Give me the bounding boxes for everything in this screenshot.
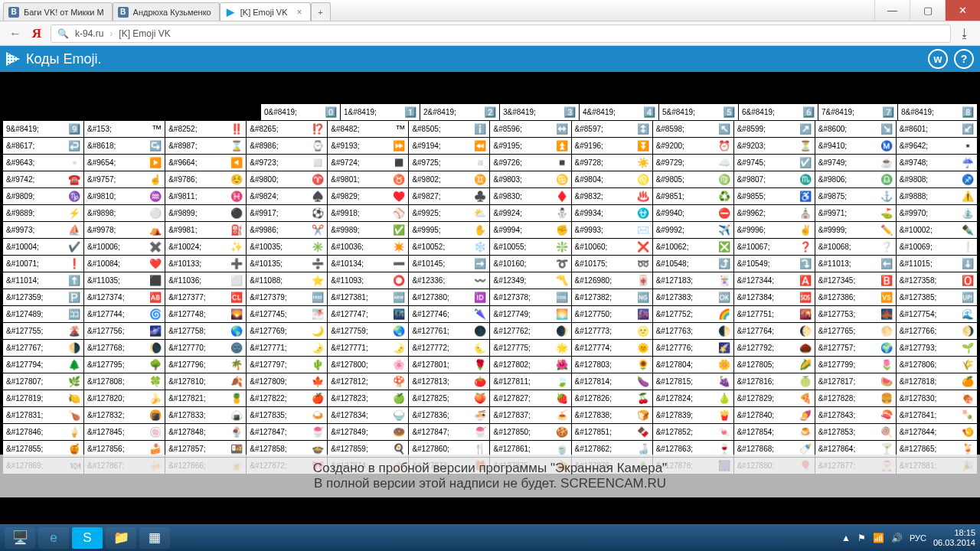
emoji-cell[interactable]: &#9664;◀️ (165, 155, 246, 171)
emoji-cell[interactable]: &#127765;🌕 (815, 323, 896, 339)
emoji-cell[interactable]: &#127831;🍗 (3, 407, 83, 423)
emoji-cell[interactable]: &#11093;⭕ (328, 272, 408, 289)
emoji-cell[interactable]: &#8618;↪️ (84, 138, 165, 154)
emoji-cell[interactable]: &#10068;❔ (815, 239, 896, 255)
emoji-cell[interactable]: &#9749;☕ (815, 155, 896, 171)
emoji-cell[interactable]: &#9899;⚫ (165, 205, 246, 221)
emoji-cell[interactable]: &#8599;↗️ (734, 121, 815, 137)
emoji-cell[interactable]: &#9725;◽ (409, 155, 489, 171)
minimize-button[interactable]: — (874, 0, 910, 21)
emoji-cell[interactable]: &#127855;🍯 (3, 441, 83, 457)
emoji-cell[interactable]: &#127878;🎆 (653, 458, 733, 474)
emoji-cell[interactable]: &#127806;🌾 (897, 357, 977, 373)
emoji-cell[interactable]: &#9996;✌️ (734, 222, 815, 238)
emoji-cell[interactable]: &#127869;🍽 (3, 458, 83, 474)
emoji-cell[interactable]: &#9993;✉️ (572, 222, 652, 238)
emoji-cell[interactable]: &#127382;🆖 (572, 289, 652, 305)
emoji-cell[interactable]: &#10160;➰ (490, 256, 570, 272)
emoji-cell[interactable]: &#9654;▶️ (84, 155, 165, 171)
emoji-cell[interactable]: &#127835;🍛 (247, 407, 327, 423)
help-button[interactable]: ? (954, 49, 974, 69)
emoji-cell[interactable]: &#127766;🌖 (897, 323, 977, 339)
emoji-cell[interactable]: &#127759;🌏 (328, 323, 408, 339)
emoji-cell[interactable]: &#9832;♨️ (572, 188, 652, 204)
emoji-cell[interactable]: &#127757;🌍 (815, 340, 896, 356)
tray-up-icon[interactable]: ▲ (841, 533, 851, 543)
emoji-cell[interactable]: &#127872;🎀 (247, 458, 327, 474)
emoji-cell[interactable]: &#127344;🅰️ (734, 272, 815, 289)
emoji-cell[interactable]: &#9806;♎ (815, 171, 896, 187)
emoji-cell[interactable]: &#9757;☝️ (84, 171, 165, 187)
emoji-cell[interactable]: &#9981;⛽ (165, 222, 246, 238)
emoji-cell[interactable]: &#10069;❕ (897, 239, 977, 255)
emoji-cell[interactable]: &#11035;⬛ (84, 272, 165, 289)
emoji-cell[interactable]: &#127866;🍺 (165, 458, 246, 474)
emoji-cell[interactable]: &#9924;⛄ (490, 205, 570, 221)
emoji-cell[interactable]: &#10134;➖ (328, 256, 408, 272)
url-input[interactable]: 🔍 k-94.ru › [K] Emoji VK (51, 24, 951, 43)
emoji-cell[interactable]: &#9898;⚪ (84, 205, 165, 221)
emoji-cell[interactable]: &#9829;♥️ (328, 188, 408, 204)
emoji-cell[interactable]: &#127846;🍦 (3, 424, 83, 440)
taskview-icon[interactable]: 🖥️ (5, 527, 35, 549)
emoji-cell[interactable]: &#127822;🍎 (247, 390, 327, 406)
emoji-cell[interactable]: &#10067;❓ (734, 239, 815, 255)
tab-1[interactable]: BБаги VK! от Микки М (3, 2, 113, 21)
emoji-cell[interactable]: &#127359;🅿️ (3, 289, 83, 305)
emoji-cell[interactable]: &#8505;ℹ️ (409, 121, 489, 137)
skype-icon[interactable]: S (72, 527, 103, 549)
emoji-cell[interactable]: 5&#8419;5️⃣ (659, 104, 738, 120)
emoji-cell[interactable]: &#9918;⚾ (328, 205, 408, 221)
emoji-cell[interactable]: 1&#8419;1️⃣ (341, 104, 420, 120)
emoji-cell[interactable]: &#127868;🍼 (734, 441, 815, 457)
emoji-cell[interactable]: &#127750;🌆 (572, 306, 652, 322)
emoji-cell[interactable]: &#127834;🍚 (328, 407, 408, 423)
emoji-cell[interactable]: &#9200;⏰ (653, 138, 733, 154)
emoji-cell[interactable]: &#127840;🍠 (734, 407, 815, 423)
emoji-cell[interactable]: &#127489;🈁 (3, 306, 83, 322)
tray-lang[interactable]: РУС (910, 533, 926, 543)
emoji-cell[interactable]: &#8986;⌚ (247, 138, 327, 154)
emoji-cell[interactable]: &#9824;♠️ (247, 188, 327, 204)
emoji-cell[interactable]: &#127799;🌷 (815, 357, 896, 373)
emoji-cell[interactable]: &#127828;🍔 (815, 390, 896, 406)
emoji-cell[interactable]: &#9851;♻️ (653, 188, 733, 204)
emoji-cell[interactable]: &#127825;🍑 (409, 390, 489, 406)
emoji-cell[interactable]: &#127847;🍧 (409, 424, 489, 440)
emoji-cell[interactable]: &#11088;⭐ (247, 272, 327, 289)
emoji-cell[interactable]: &#9786;☺️ (165, 171, 246, 187)
vk-share-button[interactable]: w (928, 49, 948, 69)
emoji-cell[interactable]: &#127762;🌒 (490, 323, 570, 339)
emoji-cell[interactable]: &#10035;✳️ (247, 239, 327, 255)
emoji-cell[interactable]: &#11014;⬆️ (3, 272, 83, 289)
emoji-cell[interactable]: &#127805;🌽 (734, 357, 815, 373)
emoji-cell[interactable]: &#8601;↙️ (897, 121, 977, 137)
emoji-cell[interactable]: &#127847;🍧 (247, 424, 327, 440)
emoji-cell[interactable]: &#11015;⬇️ (897, 256, 977, 272)
emoji-cell[interactable]: &#127812;🍄 (328, 373, 408, 390)
emoji-cell[interactable]: &#9643;▫️ (3, 155, 83, 171)
emoji-cell[interactable]: &#9195;⏫ (490, 138, 570, 154)
tab-3-active[interactable]: ▶[K] Emoji VK× (220, 2, 311, 21)
emoji-cell[interactable]: &#127745;🌁 (247, 306, 327, 322)
emoji-cell[interactable]: &#127773;🌝 (572, 323, 652, 339)
emoji-cell[interactable]: &#127859;🍳 (328, 441, 408, 457)
emoji-cell[interactable]: &#127756;🌌 (84, 323, 165, 339)
emoji-cell[interactable]: &#10071;❗ (3, 256, 83, 272)
emoji-cell[interactable]: &#9971;⛳ (815, 205, 896, 221)
close-tab-icon[interactable]: × (296, 7, 302, 18)
emoji-cell[interactable]: &#127816;🍈 (734, 373, 815, 390)
emoji-cell[interactable]: &#9745;☑️ (734, 155, 815, 171)
emoji-cell[interactable]: &#126980;🀄 (572, 272, 652, 289)
emoji-cell[interactable]: &#9801;♉ (328, 171, 408, 187)
tray-time[interactable]: 18:15 (933, 528, 975, 537)
emoji-cell[interactable]: &#127849;🍩 (328, 424, 408, 440)
emoji-cell[interactable]: &#9989;✅ (328, 222, 408, 238)
emoji-cell[interactable]: &#127881;🎉 (897, 458, 977, 474)
emoji-cell[interactable]: &#127861;🍵 (490, 441, 570, 457)
emoji-cell[interactable]: &#9807;♏ (734, 171, 815, 187)
emoji-cell[interactable]: &#9811;♓ (165, 188, 246, 204)
emoji-cell[interactable]: &#127824;🍐 (653, 390, 733, 406)
emoji-cell[interactable]: &#9803;♋ (490, 171, 570, 187)
back-button[interactable]: ← (8, 26, 23, 41)
